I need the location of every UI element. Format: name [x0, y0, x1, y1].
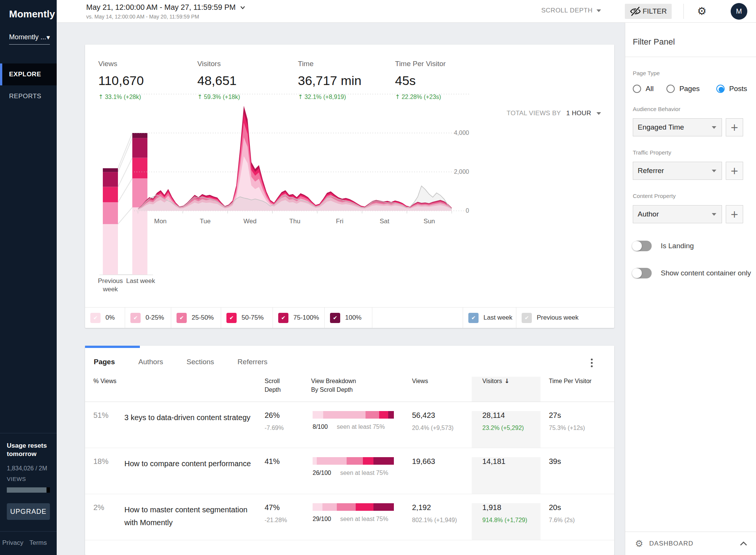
property-selector[interactable]: Momently ... ▾ — [9, 33, 50, 45]
legend-checkbox-0-25pct[interactable]: ✔ 0-25% — [125, 308, 171, 328]
col-views[interactable]: Views — [412, 377, 472, 402]
svg-text:2,000: 2,000 — [454, 169, 469, 175]
privacy-link[interactable]: Privacy — [2, 539, 23, 547]
tab-authors[interactable]: Authors — [138, 358, 163, 366]
metric-selector-dropdown[interactable]: SCROLL DEPTH — [541, 7, 601, 14]
avatar[interactable]: M — [731, 3, 747, 20]
checkbox-icon: ✔ — [130, 313, 141, 323]
traffic-property-select[interactable]: Referrer — [633, 162, 722, 180]
terms-link[interactable]: Terms — [29, 539, 47, 547]
checkbox-icon: ✔ — [522, 313, 532, 323]
usage-progress-bar — [7, 487, 50, 493]
legend-checkbox-25-50pct[interactable]: ✔ 25-50% — [171, 308, 221, 328]
legend-checkbox-last-week[interactable]: ✔ Last week — [463, 308, 516, 328]
row-pct-views: 18% — [93, 457, 124, 494]
legend-checkbox-0pct[interactable]: ✔ 0% — [85, 308, 125, 328]
usage-unit: VIEWS — [7, 476, 50, 482]
date-range-label: May 21, 12:00:00 AM - May 27, 11:59:59 P… — [86, 3, 235, 12]
upgrade-button[interactable]: UPGRADE — [7, 503, 50, 520]
gear-icon: ⚙ — [635, 538, 643, 549]
chevron-down-icon: ▾ — [46, 33, 50, 41]
page-type-label: Page Type — [633, 70, 756, 76]
content-table-card: Pages Authors Sections Referrers % Views… — [85, 346, 614, 555]
col-view-breakdown: View BreakdownBy Scroll Depth — [311, 377, 412, 402]
chevron-up-icon — [740, 541, 747, 546]
tab-sections[interactable]: Sections — [186, 358, 214, 366]
checkbox-icon: ✔ — [177, 313, 187, 323]
svg-text:week: week — [102, 286, 118, 293]
show-content-container-toggle[interactable]: Show content container only — [633, 268, 756, 278]
scroll-depth-bar — [313, 457, 394, 465]
property-selector-label: Momently ... — [9, 33, 46, 41]
date-range-selector[interactable]: May 21, 12:00:00 AM - May 27, 11:59:59 P… — [86, 3, 245, 20]
row-visitors: 28,11423.2% (+5,292) — [472, 411, 541, 448]
checkbox-icon: ✔ — [278, 313, 288, 323]
row-title-link[interactable]: 3 keys to data-driven content strategy — [124, 411, 265, 448]
row-title-link[interactable]: How to master content segmentation with … — [124, 503, 265, 540]
scroll-depth-legend: ✔ 0% ✔ 0-25% ✔ 25-50% ✔ 50-75% ✔ 75-100%… — [85, 307, 614, 328]
radio-posts[interactable]: Posts — [716, 85, 747, 93]
row-pct-views: 2% — [93, 503, 124, 540]
row-title-link[interactable]: How to compare content performance — [124, 457, 265, 494]
tab-referrers[interactable]: Referrers — [237, 358, 267, 366]
row-visitors: 1,918914.8% (+1,729) — [472, 503, 541, 540]
row-time-per-visitor: 39s — [541, 457, 614, 494]
add-audience-filter-button[interactable]: + — [726, 118, 743, 136]
table-row: 2% How to master content segmentation wi… — [85, 494, 614, 540]
add-content-filter-button[interactable]: + — [726, 205, 743, 223]
svg-text:Last week: Last week — [126, 277, 155, 284]
legend-spacer — [372, 308, 463, 328]
filter-panel-title: Filter Panel — [625, 23, 756, 57]
settings-gear-icon[interactable]: ⚙ — [697, 5, 706, 17]
scroll-depth-bar — [313, 411, 394, 419]
svg-text:Sun: Sun — [424, 218, 435, 225]
svg-text:4,000: 4,000 — [454, 130, 469, 136]
col-title — [124, 377, 265, 402]
dashboard-footer-button[interactable]: ⚙ DASHBOARD — [625, 532, 756, 555]
col-scroll-depth[interactable]: ScrollDepth — [265, 377, 311, 402]
caret-down-icon — [596, 9, 601, 12]
table-tabs: Pages Authors Sections Referrers — [85, 346, 614, 366]
page-type-radios: All Pages Posts — [633, 85, 756, 93]
is-landing-toggle[interactable]: Is Landing — [633, 241, 756, 251]
table-row: 18% How to compare content performance 4… — [85, 448, 614, 494]
main-content: Views 110,670 ↑33.1% (+28k) Visitors 48,… — [57, 23, 625, 555]
radio-pages[interactable]: Pages — [666, 85, 700, 93]
content-property-select[interactable]: Author — [633, 205, 722, 223]
row-breakdown: 29/100seen at least 75% — [311, 503, 412, 540]
sidebar: Momently Momently ... ▾ EXPLORE REPORTS … — [0, 0, 57, 555]
radio-all[interactable]: All — [633, 85, 654, 93]
checkbox-icon: ✔ — [468, 313, 479, 323]
radio-icon — [666, 85, 675, 93]
kebab-menu-icon[interactable] — [589, 357, 594, 369]
row-views: 56,42320.4% (+9,573) — [412, 411, 472, 448]
svg-text:Previous: Previous — [98, 277, 123, 284]
col-pct-views: % Views — [93, 377, 124, 402]
filter-toggle-button[interactable]: FILTER — [625, 4, 672, 19]
col-visitors-sorted[interactable]: Visitors↓ — [472, 377, 541, 402]
table-header-row: % Views ScrollDepth View BreakdownBy Scr… — [85, 377, 614, 402]
overview-chart-card: Views 110,670 ↑33.1% (+28k) Visitors 48,… — [85, 45, 614, 328]
legend-checkbox-100pct[interactable]: ✔ 100% — [325, 308, 372, 328]
tab-pages[interactable]: Pages — [94, 358, 115, 366]
audience-behavior-select[interactable]: Engaged Time — [633, 118, 722, 136]
add-traffic-filter-button[interactable]: + — [726, 162, 743, 180]
checkbox-icon: ✔ — [90, 313, 101, 323]
col-time-per-visitor[interactable]: Time Per Visitor — [541, 377, 614, 402]
usage-progress-fill — [7, 487, 46, 493]
sidebar-item-explore[interactable]: EXPLORE — [0, 63, 57, 85]
usage-title: Usage resets tomorrow — [7, 442, 50, 458]
up-arrow-icon: ↑ — [98, 93, 103, 100]
audience-behavior-label: Audience Behavior — [633, 106, 756, 112]
divider — [625, 57, 756, 57]
topbar: May 21, 12:00:00 AM - May 27, 11:59:59 P… — [57, 0, 756, 23]
legend-checkbox-50-75pct[interactable]: ✔ 50-75% — [221, 308, 273, 328]
toggle-track — [633, 241, 652, 251]
table-row: 51% 3 keys to data-driven content strate… — [85, 402, 614, 448]
sidebar-item-reports[interactable]: REPORTS — [0, 85, 57, 107]
filter-panel: Filter Panel Page Type All Pages Posts A… — [625, 23, 756, 555]
legend-checkbox-previous-week[interactable]: ✔ Previous week — [516, 308, 614, 328]
row-scroll-depth: 26%-7.69% — [265, 411, 311, 448]
row-views: 19,663 — [412, 457, 472, 494]
legend-checkbox-75-100pct[interactable]: ✔ 75-100% — [273, 308, 325, 328]
